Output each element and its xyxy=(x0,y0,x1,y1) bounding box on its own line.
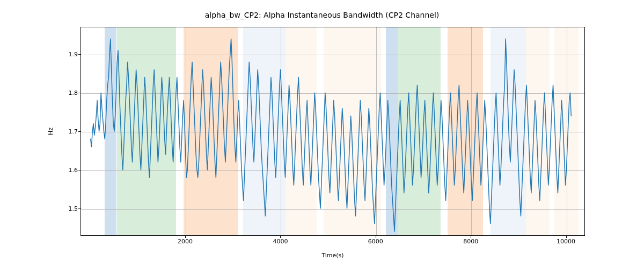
y-tick-label: 1.6 xyxy=(59,167,78,174)
y-tick-label: 1.7 xyxy=(59,128,78,135)
y-tick-mark xyxy=(78,209,80,209)
x-tick-label: 8000 xyxy=(463,238,478,245)
y-tick-mark xyxy=(78,93,80,93)
x-axis-label: Time(s) xyxy=(80,252,585,259)
figure: alpha_bw_CP2: Alpha Instantaneous Bandwi… xyxy=(0,0,644,268)
x-tick-label: 4000 xyxy=(273,238,288,245)
line-series-svg xyxy=(81,27,584,235)
y-tick-mark xyxy=(78,131,80,132)
plot-title: alpha_bw_CP2: Alpha Instantaneous Bandwi… xyxy=(0,11,644,19)
plot-axes xyxy=(80,27,585,236)
series-line xyxy=(91,39,572,232)
x-tick-label: 2000 xyxy=(178,238,193,245)
y-tick-label: 1.9 xyxy=(59,50,78,57)
x-tick-label: 10000 xyxy=(557,238,575,245)
y-axis-label: Hz xyxy=(47,27,58,236)
y-tick-label: 1.5 xyxy=(59,205,78,212)
y-tick-mark xyxy=(78,54,80,55)
y-tick-label: 1.8 xyxy=(59,89,78,96)
y-tick-mark xyxy=(78,170,80,170)
x-tick-label: 6000 xyxy=(368,238,383,245)
